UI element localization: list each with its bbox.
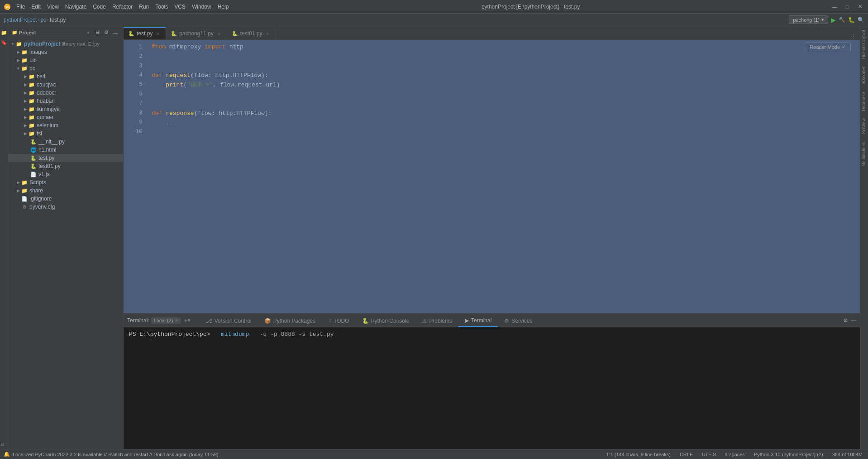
- list-item[interactable]: 📄 v1.js: [8, 170, 123, 178]
- terminal-content[interactable]: PS E:\pythonProject\pc> mitmdump -q -p 8…: [124, 327, 860, 449]
- menu-navigate[interactable]: Navigate: [62, 3, 89, 11]
- list-item[interactable]: 🐍 __init__.py: [8, 138, 123, 146]
- tab-python-packages[interactable]: 📦 Python Packages: [258, 314, 322, 327]
- tab-test01-py[interactable]: 🐍 test01.py ✕: [227, 27, 276, 39]
- build-button[interactable]: 🔨: [839, 17, 845, 23]
- bookmarks-icon[interactable]: 🔖: [1, 40, 7, 46]
- vcs-icon: 🔔: [4, 451, 10, 457]
- status-python[interactable]: Python 3.10 (pythonProject) (2): [752, 452, 825, 457]
- close-button[interactable]: ✕: [855, 2, 864, 11]
- tab-close-button[interactable]: ✕: [264, 30, 271, 37]
- close-panel-button[interactable]: —: [111, 29, 119, 37]
- list-item[interactable]: ▶ 📁 bs4: [8, 72, 123, 81]
- h1-html-icon: 🌐: [30, 146, 37, 153]
- list-item[interactable]: ▶ 📁 Scripts: [8, 178, 123, 186]
- menu-refactor[interactable]: Refactor: [110, 3, 135, 11]
- menu-code[interactable]: Code: [90, 3, 109, 11]
- status-charset[interactable]: UTF-8: [700, 452, 718, 457]
- menu-vcs[interactable]: VCS: [172, 3, 188, 11]
- list-item[interactable]: ▶ 📁 caucjwc: [8, 81, 123, 89]
- menu-tools[interactable]: Tools: [153, 3, 171, 11]
- settings-icon[interactable]: ⚙: [843, 317, 848, 324]
- list-item[interactable]: ▾ 📁 pc: [8, 64, 123, 72]
- tab-python-console[interactable]: 🐍 Python Console: [356, 314, 416, 327]
- new-file-button[interactable]: +: [84, 29, 92, 37]
- tree-item-label: liumingye: [37, 106, 60, 112]
- list-item[interactable]: 📄 .gitignore: [8, 195, 123, 203]
- tab-close-button[interactable]: ✕: [155, 30, 161, 37]
- minimize-button[interactable]: —: [830, 2, 839, 11]
- menu-window[interactable]: Window: [189, 3, 214, 11]
- list-item[interactable]: ▶ 📁 ddddocr: [8, 89, 123, 97]
- reader-mode-check-icon: ✓: [842, 44, 846, 50]
- tab-terminal[interactable]: ▶ Terminal: [458, 314, 498, 327]
- list-item[interactable]: ▶ 📁 images: [8, 48, 123, 56]
- list-item[interactable]: ▶ 📁 Lib: [8, 56, 123, 64]
- sciview-panel[interactable]: SciView: [860, 115, 868, 138]
- run-button[interactable]: ▶: [831, 16, 836, 24]
- list-item[interactable]: ▶ 📁 selenium: [8, 121, 123, 129]
- reader-mode-label: Reader Mode: [810, 44, 840, 50]
- code-content[interactable]: from mitmproxy import http def request(f…: [146, 40, 860, 313]
- tab-version-control[interactable]: ⎇ Version Control: [200, 314, 258, 327]
- code-editor[interactable]: 1 2 3 4 5 6 7 8 9 10 from mitmproxy impo…: [124, 40, 860, 313]
- lib-arrow: ▶: [15, 58, 21, 62]
- menu-edit[interactable]: Edit: [29, 3, 43, 11]
- chevron-down-icon: ▾: [821, 17, 824, 23]
- notifications-panel[interactable]: Notifications: [860, 138, 868, 170]
- aixcoder-panel[interactable]: aiXcoder: [860, 63, 868, 88]
- tabs-overflow-button[interactable]: ⋮: [847, 33, 860, 39]
- search-button[interactable]: 🔍: [858, 17, 864, 23]
- tab-close-button[interactable]: ✕: [216, 30, 222, 37]
- status-indent[interactable]: 4 spaces: [723, 452, 747, 457]
- breadcrumb-project[interactable]: pythonProject: [4, 17, 37, 23]
- tree-item-label: selenium: [37, 122, 58, 129]
- list-item[interactable]: ▶ 📁 tsl: [8, 129, 123, 138]
- tab-problems[interactable]: ⚠ Problems: [415, 314, 458, 327]
- tree-root[interactable]: ▾ 📁 pythonProject library root, E:\py: [8, 40, 123, 48]
- main-layout: 📁 🔖 ⌸ 📁 Project + ⊟ ⚙ — ▾ 📁 pythonProjec…: [0, 26, 868, 449]
- reader-mode-button[interactable]: Reader Mode ✓: [805, 43, 851, 51]
- list-item[interactable]: 🐍 test01.py: [8, 162, 123, 170]
- debug-button[interactable]: 🐛: [848, 17, 855, 23]
- menu-view[interactable]: View: [44, 3, 62, 11]
- list-item[interactable]: ▶ 📁 huaban: [8, 97, 123, 105]
- list-item[interactable]: 🐍 test.py: [8, 154, 123, 162]
- editor-area: 🐍 test.py ✕ 🐍 pachong11.py ✕ 🐍 test01.py…: [124, 26, 860, 449]
- menu-run[interactable]: Run: [136, 3, 152, 11]
- tab-test-py[interactable]: 🐍 test.py ✕: [124, 27, 166, 39]
- status-position[interactable]: 1:1 (144 chars, 9 line breaks): [604, 452, 672, 457]
- list-item[interactable]: ▶ 📁 liumingye: [8, 105, 123, 113]
- list-item[interactable]: ⚙ pyvenv.cfg: [8, 203, 123, 211]
- terminal-tab-local[interactable]: Local (2) ✕: [151, 317, 181, 324]
- code-line: [152, 100, 854, 109]
- images-arrow: ▶: [15, 50, 21, 54]
- terminal-tab-close[interactable]: ✕: [175, 318, 178, 323]
- menu-help[interactable]: Help: [215, 3, 232, 11]
- terminal-add-button[interactable]: +: [184, 317, 187, 324]
- panel-header: 📁 Project + ⊟ ⚙ —: [8, 26, 123, 39]
- breadcrumb: pythonProject › pc › test.py: [4, 17, 66, 23]
- run-config-dropdown[interactable]: pachong (1) ▾: [789, 15, 828, 24]
- liumingye-arrow: ▶: [23, 107, 28, 111]
- tab-services[interactable]: ⚙ Services: [498, 314, 539, 327]
- terminal-dropdown-button[interactable]: ▾: [188, 317, 191, 323]
- database-panel[interactable]: Database: [860, 88, 868, 115]
- project-icon[interactable]: 📁: [1, 30, 7, 36]
- menu-file[interactable]: File: [14, 3, 28, 11]
- breadcrumb-file[interactable]: test.py: [50, 17, 66, 23]
- breadcrumb-pc[interactable]: pc: [40, 17, 46, 23]
- list-item[interactable]: ▶ 📁 qunaer: [8, 113, 123, 121]
- maximize-button[interactable]: □: [843, 2, 852, 11]
- collapse-all-button[interactable]: ⊟: [93, 29, 101, 37]
- structure-icon[interactable]: ⌸: [1, 441, 7, 447]
- tab-pachong11-py[interactable]: 🐍 pachong11.py ✕: [166, 27, 227, 39]
- status-memory[interactable]: 364 of 1004M: [830, 452, 864, 457]
- status-encoding[interactable]: CRLF: [678, 452, 695, 457]
- settings-icon[interactable]: ⚙: [102, 29, 110, 37]
- list-item[interactable]: ▶ 📁 share: [8, 186, 123, 195]
- tab-todo[interactable]: ≡ TODO: [322, 314, 355, 327]
- close-panel-icon[interactable]: —: [851, 317, 856, 324]
- github-copilot-panel[interactable]: GitHub Copilot: [860, 26, 868, 63]
- list-item[interactable]: 🌐 h1.html: [8, 146, 123, 154]
